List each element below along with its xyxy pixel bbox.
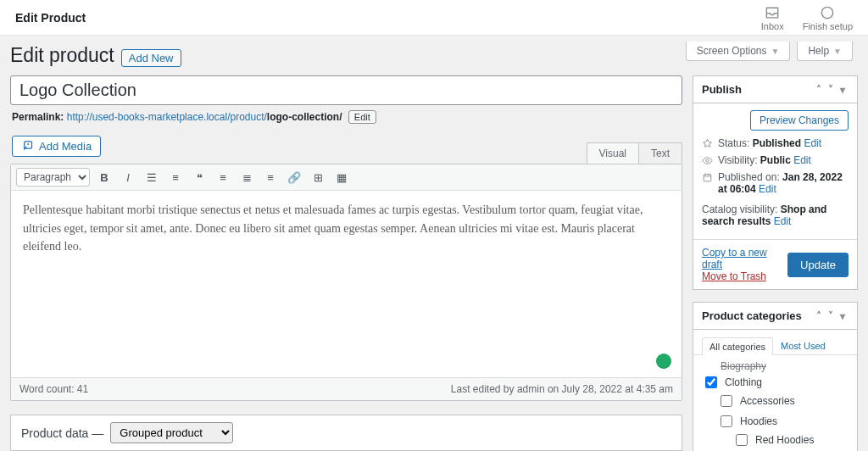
bold-icon[interactable]: B (95, 168, 114, 187)
permalink-edit-button[interactable]: Edit (348, 110, 376, 124)
calendar-icon (702, 172, 713, 183)
category-checkbox[interactable] (721, 395, 732, 407)
circle-icon (819, 4, 836, 21)
numbered-list-icon[interactable]: ≡ (166, 168, 185, 187)
chevron-down-icon: ▼ (771, 47, 780, 56)
align-center-icon[interactable]: ≣ (237, 168, 256, 187)
inbox-button[interactable]: Inbox (761, 4, 784, 31)
category-item: Accessories (717, 391, 849, 411)
svg-rect-3 (704, 175, 711, 181)
svg-point-1 (27, 143, 29, 145)
categories-box: Product categories ˄ ˅ ▾ All categories … (693, 302, 858, 451)
grammarly-icon[interactable] (656, 354, 671, 369)
page-context-title: Edit Product (15, 11, 761, 25)
chevron-down-icon[interactable]: ˅ (825, 84, 837, 96)
category-cutoff: Biography (721, 360, 849, 372)
permalink-link[interactable]: http://used-books-marketplace.local/prod… (67, 111, 342, 123)
copy-draft-link[interactable]: Copy to a new draft (702, 247, 787, 270)
chevron-up-icon[interactable]: ˄ (813, 310, 825, 322)
product-type-select[interactable]: Grouped product (110, 422, 233, 443)
tab-most-used[interactable]: Most Used (773, 337, 833, 354)
editor-tab-visual[interactable]: Visual (587, 142, 639, 164)
page-heading: Edit product (10, 44, 114, 67)
category-checkbox-label[interactable]: Hoodies (717, 413, 849, 430)
inbox-icon (764, 4, 781, 21)
bullet-list-icon[interactable]: ☰ (142, 168, 161, 187)
tab-all-categories[interactable]: All categories (702, 337, 773, 355)
category-checkbox-label[interactable]: Accessories (717, 393, 849, 409)
editor-toolbar: Paragraph B I ☰ ≡ ❝ ≡ ≣ ≡ 🔗 ⊞ ▦ (11, 164, 682, 191)
publish-title: Publish (702, 83, 742, 96)
category-item: ClothingAccessoriesHoodiesRed HoodiesRed… (702, 372, 849, 451)
quote-icon[interactable]: ❝ (190, 168, 209, 187)
pin-icon (702, 138, 713, 149)
svg-point-0 (822, 7, 833, 18)
caret-toggle-icon[interactable]: ▾ (837, 84, 849, 96)
editor-body[interactable]: Pellentesque habitant morbi tristique se… (11, 191, 682, 377)
last-edited: Last edited by admin on July 28, 2022 at… (451, 383, 673, 395)
category-item: Red HoodiesRed Hoodies LongRed Hoodies l… (732, 430, 849, 451)
move-to-trash-link[interactable]: Move to Trash (702, 270, 787, 282)
publish-box: Publish ˄ ˅ ▾ Preview Changes Status: Pu… (693, 75, 858, 290)
italic-icon[interactable]: I (119, 168, 137, 187)
category-checkbox[interactable] (721, 415, 732, 427)
product-title-input[interactable] (10, 75, 682, 105)
chevron-up-icon[interactable]: ˄ (813, 84, 825, 96)
visibility-edit-link[interactable]: Edit (793, 154, 811, 166)
chevron-down-icon[interactable]: ˅ (825, 310, 837, 322)
product-data-title: Product data — (21, 426, 103, 440)
toolbar-toggle-icon[interactable]: ▦ (332, 168, 351, 187)
screen-options-tab[interactable]: Screen Options▼ (686, 42, 791, 61)
add-new-button[interactable]: Add New (121, 49, 181, 67)
date-edit-link[interactable]: Edit (759, 183, 776, 195)
word-count: Word count: 41 (19, 383, 88, 395)
format-select[interactable]: Paragraph (16, 168, 90, 187)
editor-tab-text[interactable]: Text (639, 142, 682, 164)
visibility-icon (702, 155, 713, 166)
media-icon (21, 140, 34, 153)
link-icon[interactable]: 🔗 (285, 168, 303, 187)
content-editor: Paragraph B I ☰ ≡ ❝ ≡ ≣ ≡ 🔗 ⊞ ▦ Pellente… (10, 164, 682, 401)
category-checkbox-label[interactable]: Clothing (702, 374, 849, 391)
category-checkbox[interactable] (705, 376, 717, 388)
categories-title: Product categories (702, 309, 802, 322)
help-tab[interactable]: Help▼ (797, 42, 853, 61)
preview-changes-button[interactable]: Preview Changes (750, 110, 849, 131)
category-checkbox[interactable] (736, 434, 748, 446)
category-item: HoodiesRed HoodiesRed Hoodies LongRed Ho… (717, 411, 849, 451)
add-media-button[interactable]: Add Media (12, 136, 101, 157)
caret-toggle-icon[interactable]: ▾ (837, 310, 849, 322)
align-right-icon[interactable]: ≡ (261, 168, 280, 187)
finish-setup-button[interactable]: Finish setup (803, 4, 853, 31)
catalog-edit-link[interactable]: Edit (774, 215, 792, 227)
product-data-box: Product data — Grouped product (10, 415, 682, 451)
category-checkbox-label[interactable]: Red Hoodies (732, 432, 849, 448)
align-left-icon[interactable]: ≡ (214, 168, 232, 187)
svg-point-2 (706, 159, 709, 162)
category-tree: Biography ClothingAccessoriesHoodiesRed … (693, 355, 857, 451)
insert-more-icon[interactable]: ⊞ (309, 168, 327, 187)
status-edit-link[interactable]: Edit (804, 137, 821, 149)
permalink-label: Permalink: (12, 111, 64, 123)
update-button[interactable]: Update (787, 253, 849, 277)
chevron-down-icon: ▼ (833, 47, 842, 56)
